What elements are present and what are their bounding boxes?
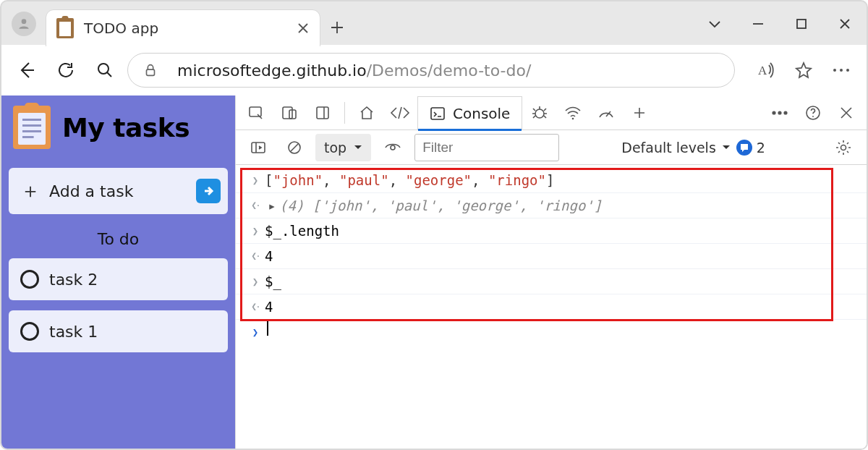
browser-tab[interactable]: TODO app bbox=[46, 10, 320, 46]
more-menu-button[interactable] bbox=[825, 54, 858, 87]
caret bbox=[267, 320, 268, 336]
address-bar-actions: A bbox=[749, 54, 858, 87]
dock-button[interactable] bbox=[307, 95, 339, 130]
more-icon bbox=[771, 110, 788, 116]
tab-title: TODO app bbox=[84, 20, 286, 37]
elements-tab[interactable] bbox=[384, 95, 416, 130]
submit-task-button[interactable] bbox=[196, 179, 221, 203]
maximize-button[interactable] bbox=[780, 1, 823, 46]
context-selector[interactable]: top bbox=[315, 134, 371, 161]
content: My tasks ＋ Add a task To do task 2 task … bbox=[0, 95, 868, 450]
performance-icon bbox=[597, 104, 616, 122]
clear-console-button[interactable] bbox=[279, 134, 310, 161]
console-output: (4) ['john', 'paul', 'george', 'ringo'] bbox=[279, 193, 602, 218]
performance-tab[interactable] bbox=[590, 95, 622, 130]
console-input-row: $_.length bbox=[236, 218, 867, 244]
svg-point-15 bbox=[773, 111, 775, 114]
add-task-row[interactable]: ＋ Add a task bbox=[9, 168, 228, 214]
console-input: ["john", "paul", "george", "ringo"] bbox=[265, 168, 554, 192]
devtools-panel: Console top Default levels bbox=[235, 95, 867, 449]
minimize-icon bbox=[751, 17, 765, 31]
clipboard-icon bbox=[56, 18, 74, 38]
profile-avatar[interactable] bbox=[12, 12, 36, 36]
plus-icon bbox=[330, 20, 344, 35]
chevron-down-icon bbox=[722, 144, 731, 151]
inspect-button[interactable] bbox=[240, 95, 272, 130]
svg-point-23 bbox=[841, 145, 846, 150]
clipboard-icon bbox=[13, 106, 51, 149]
svg-rect-3 bbox=[147, 69, 155, 75]
console-output-row: 4 bbox=[236, 294, 867, 320]
read-aloud-icon: A bbox=[757, 61, 775, 80]
filter-input[interactable] bbox=[414, 134, 559, 161]
close-window-button[interactable] bbox=[823, 1, 867, 46]
chevron-down-icon bbox=[354, 144, 362, 151]
clear-icon bbox=[286, 140, 302, 156]
log-levels-selector[interactable]: Default levels bbox=[621, 140, 731, 156]
close-devtools-button[interactable] bbox=[830, 95, 862, 130]
task-item[interactable]: task 2 bbox=[9, 258, 228, 300]
window-chevron-button[interactable] bbox=[693, 1, 736, 46]
help-button[interactable] bbox=[797, 95, 829, 130]
more-tabs-button[interactable] bbox=[624, 95, 655, 130]
console-output: 4 bbox=[265, 244, 273, 268]
search-icon bbox=[96, 61, 114, 79]
console-output-row: 4 bbox=[236, 244, 867, 269]
toggle-drawer-button[interactable] bbox=[243, 134, 273, 161]
dock-icon bbox=[315, 105, 331, 121]
minimize-button[interactable] bbox=[736, 1, 780, 46]
svg-point-17 bbox=[784, 111, 787, 114]
address-bar: microsoftedge.github.io/Demos/demo-to-do… bbox=[0, 45, 868, 95]
console-tab[interactable]: Console bbox=[417, 96, 522, 130]
read-aloud-button[interactable]: A bbox=[749, 54, 783, 87]
svg-point-13 bbox=[535, 109, 544, 118]
task-checkbox[interactable] bbox=[20, 322, 39, 341]
console-output-row: (4) ['john', 'paul', 'george', 'ringo'] bbox=[236, 193, 867, 218]
svg-point-22 bbox=[391, 145, 395, 150]
url-host: microsoftedge.github.io bbox=[177, 61, 367, 80]
output-marker-icon bbox=[246, 294, 265, 319]
refresh-button[interactable] bbox=[49, 54, 82, 87]
devtools-tabs: Console bbox=[236, 95, 867, 130]
star-icon bbox=[794, 61, 813, 80]
prompt-marker-icon bbox=[246, 320, 265, 344]
url-field[interactable]: microsoftedge.github.io/Demos/demo-to-do… bbox=[127, 53, 735, 88]
plus-icon: ＋ bbox=[20, 181, 41, 201]
bug-icon bbox=[531, 104, 548, 122]
close-icon bbox=[838, 17, 852, 31]
console-body: ["john", "paul", "george", "ringo"] (4) … bbox=[236, 165, 867, 449]
browser-search-button[interactable] bbox=[88, 54, 122, 87]
issue-icon bbox=[739, 143, 749, 153]
expand-arrow-icon[interactable] bbox=[265, 193, 279, 218]
welcome-tab[interactable] bbox=[351, 95, 383, 130]
devtools-more-button[interactable] bbox=[764, 95, 796, 130]
issues-counter[interactable]: 2 bbox=[736, 140, 765, 156]
help-icon bbox=[804, 104, 822, 122]
task-checkbox[interactable] bbox=[20, 270, 39, 289]
svg-point-0 bbox=[22, 19, 27, 24]
task-item[interactable]: task 1 bbox=[9, 310, 228, 352]
new-tab-button[interactable] bbox=[320, 10, 354, 45]
issues-count: 2 bbox=[757, 140, 765, 156]
sources-tab[interactable] bbox=[524, 95, 556, 130]
live-expression-button[interactable] bbox=[377, 134, 409, 161]
device-toggle-button[interactable] bbox=[273, 95, 305, 130]
back-button[interactable] bbox=[10, 54, 43, 87]
network-tab[interactable] bbox=[557, 95, 589, 130]
device-icon bbox=[281, 104, 298, 122]
input-marker-icon bbox=[246, 168, 265, 192]
app-header: My tasks bbox=[9, 103, 228, 158]
home-icon bbox=[358, 104, 375, 122]
console-input: $_ bbox=[265, 269, 281, 294]
favorite-button[interactable] bbox=[787, 54, 820, 87]
svg-point-6 bbox=[840, 69, 843, 72]
output-marker-icon bbox=[246, 244, 265, 268]
url-path: /Demos/demo-to-do/ bbox=[367, 61, 532, 80]
close-tab-icon[interactable] bbox=[297, 22, 310, 35]
svg-point-19 bbox=[812, 116, 814, 117]
console-settings-button[interactable] bbox=[827, 134, 859, 161]
console-prompt[interactable] bbox=[236, 320, 867, 344]
svg-point-14 bbox=[572, 117, 574, 119]
plus-icon bbox=[632, 106, 647, 120]
section-todo-title: To do bbox=[9, 230, 228, 248]
